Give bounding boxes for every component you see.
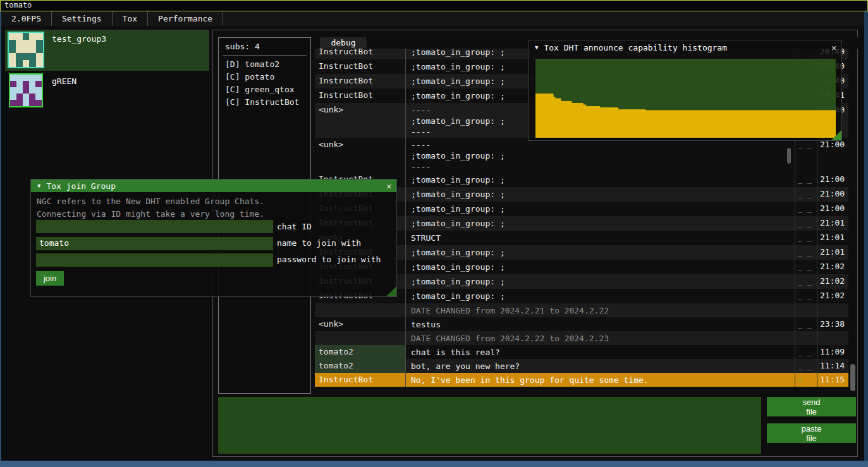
group-item-gREEN[interactable]: gREEN [5,72,209,107]
menu-item-tox[interactable]: Tox [113,11,147,26]
chat-scrollbar-thumb[interactable] [850,364,855,391]
avatar-pixel [23,94,29,100]
message-line: ;tomato_in_group: ; [411,276,795,287]
resize-grip-icon[interactable] [386,286,396,296]
message-time: 21:00 [817,187,848,202]
avatar-pixel [23,40,30,47]
join-name-field[interactable]: tomato [36,237,273,250]
message-sender: tomato2 [315,345,405,359]
histogram-plot-svg [535,59,836,138]
resize-grip-icon[interactable] [831,130,841,140]
avatar-pixel [36,47,43,54]
close-icon[interactable]: ✕ [386,181,391,191]
histogram-window-titlebar[interactable]: ▼ Tox DHT announce capability histogram … [529,40,841,54]
message-status: _ _ [795,231,817,245]
message-time: 11:15 [817,373,848,387]
message-line: ;tomato_in_group: ; [411,218,795,229]
message-status: d _ [795,373,817,387]
join-window-title: Tox join Group [46,181,386,191]
message-line: bot, are you new here? [411,361,795,372]
group-name: test_group3 [52,34,106,44]
avatar-pixel [9,60,16,67]
message-sender [315,331,405,345]
message-time: 21:02 [817,274,848,289]
menu-item-performance[interactable]: Performance [148,11,223,26]
message-time: 21:00 [817,173,848,187]
subs-separator [223,55,307,56]
avatar-pixel [16,47,23,54]
message-status: _ _ [795,245,817,260]
menu-item-2.0fps[interactable]: 2.0FPS [1,11,51,26]
message-text: ;tomato_in_group: ; [405,274,795,289]
message-scrollbar-thumb[interactable] [787,148,791,164]
join-button[interactable]: join [36,271,64,286]
message-sender: InstructBot [315,373,405,387]
close-icon[interactable]: ✕ [831,43,836,52]
date-changed-row: DATE CHANGED from 2024.2.22 to 2024.2.23 [315,331,848,345]
os-window-title: tomato [4,1,32,9]
group-name: gREEN [52,76,76,86]
os-titlebar: tomato [0,0,868,11]
message-text: DATE CHANGED from 2024.2.22 to 2024.2.23 [405,331,795,345]
avatar-pixel [16,81,23,87]
avatar-pixel [29,81,35,87]
dht-histogram-window: ▼ Tox DHT announce capability histogram … [528,40,842,141]
join-group-window: ▼ Tox join Group ✕ NGC refers to the New… [30,179,397,297]
menu-item-settings[interactable]: Settings [52,11,112,26]
message-row: tomato2bot, are you new here?_ _11:14 [315,359,848,373]
message-sender: <unk> [315,317,405,331]
collapse-arrow-icon[interactable]: ▼ [535,44,538,51]
message-time: 21:00 [817,202,848,216]
message-input[interactable] [218,397,761,454]
subs-member[interactable]: [C] InstructBot [219,96,310,109]
join-password-field[interactable] [36,253,273,267]
histogram-window-title: Tox DHT announce capability histogram [544,43,831,52]
message-line: ;tomato_in_group: ; [411,262,795,272]
group-item-test_group3[interactable]: test_group3 [5,30,209,71]
avatar-pixel [36,60,43,67]
paste-file-button[interactable]: paste file [767,423,856,443]
subs-member[interactable]: [C] green_qtox [219,83,310,96]
send-file-button[interactable]: send file [767,397,856,416]
subs-member[interactable]: [D] tomato2 [219,58,310,71]
message-status: _ _ [795,274,817,289]
avatar-pixel [29,33,36,40]
message-status: _ _ [795,359,817,373]
subs-count-label: subs: 4 [219,38,310,51]
avatar-pixel [36,40,43,47]
message-text: ;tomato_in_group: ; [405,187,795,202]
subs-member[interactable]: [C] potato [219,71,310,83]
subs-member-list: [D] tomato2[C] potato[C] green_qtox[C] I… [219,58,310,109]
join-info-text: Connecting via ID might take a very long… [37,209,264,219]
group-avatar [8,32,44,68]
message-row: InstructBotNo, I've been in this group f… [315,373,848,387]
join-window-titlebar[interactable]: ▼ Tox join Group ✕ [31,179,396,192]
tab-debug[interactable]: debug [320,37,367,49]
message-line: ---- [411,161,795,172]
message-text: ;tomato_in_group: ; [405,245,795,260]
join-password-label: password to join with [277,255,381,264]
message-text: ----;tomato_in_group: ;---- [405,138,795,173]
message-time [817,331,848,345]
message-time: 23:38 [817,317,848,331]
message-line: chat is this real? [411,347,795,358]
avatar-pixel [35,75,42,81]
avatar-pixel [35,87,42,94]
avatar-pixel [23,33,30,40]
message-status: _ _ [795,216,817,231]
message-time: 21:00 [817,138,848,173]
avatar-pixel [16,60,23,67]
message-sender: InstructBot [315,59,405,74]
message-sender: InstructBot [315,88,405,103]
chat-id-field[interactable] [36,220,273,233]
menu-bar: 2.0FPSSettingsToxPerformance [1,11,864,26]
avatar-pixel [29,40,36,47]
avatar-pixel [36,33,43,40]
message-line: ;tomato_in_group: ; [411,150,795,161]
avatar-pixel [23,87,29,94]
avatar-pixel [29,94,35,100]
message-status: _ _ [795,138,817,173]
message-sender [315,303,405,317]
avatar-pixel [9,33,16,40]
collapse-arrow-icon[interactable]: ▼ [37,183,40,189]
